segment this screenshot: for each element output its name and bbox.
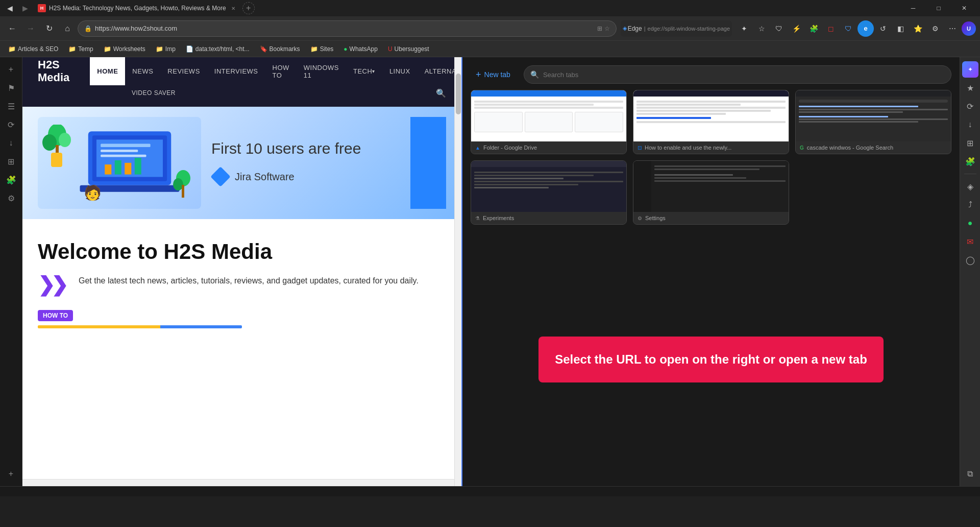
rs-favorites[interactable]: ★: [962, 80, 978, 96]
close-button[interactable]: ✕: [952, 0, 976, 16]
svg-rect-9: [101, 150, 138, 152]
nav-reviews[interactable]: REVIEWS: [160, 57, 207, 85]
refresh-icon[interactable]: ↺: [875, 20, 891, 37]
collections-icon[interactable]: ◧: [892, 20, 909, 37]
fav-imp[interactable]: 📁 Imp: [152, 44, 180, 54]
sidebar-history[interactable]: ⟳: [3, 116, 19, 133]
site-search-icon[interactable]: 🔍: [436, 88, 446, 98]
scrollbar-thumb[interactable]: [456, 74, 461, 114]
refresh-button[interactable]: ↻: [41, 20, 57, 37]
rs-history[interactable]: ⟳: [962, 98, 978, 114]
home-button[interactable]: ⌂: [59, 20, 76, 37]
fav-bookmarks[interactable]: 🔖 Bookmarks: [256, 44, 304, 54]
performance-icon[interactable]: ⚡: [788, 20, 804, 37]
sidebar-more[interactable]: +: [3, 466, 19, 482]
bottom-scrollbar[interactable]: [22, 479, 454, 486]
rs-apps[interactable]: ⊞: [962, 135, 978, 151]
fav-whatsapp[interactable]: ● WhatsApp: [339, 44, 382, 54]
site-nav: HOME NEWS REVIEWS INTERVIEWS HOW TO WIND…: [90, 57, 461, 85]
sidebar-extensions[interactable]: 🧩: [3, 172, 19, 188]
tab-search-bar[interactable]: 🔍: [524, 65, 951, 84]
site-welcome: Welcome to H2S Media ❯ ❯ Get the latest …: [22, 219, 461, 305]
more-options-icon[interactable]: ⋯: [944, 20, 961, 37]
tab-favicon: H: [38, 4, 46, 12]
browser-essentials-icon[interactable]: 🛡: [771, 20, 787, 37]
tab-close-icon[interactable]: ✕: [229, 4, 237, 12]
fav-ubersuggest[interactable]: U Ubersuggest: [384, 44, 433, 54]
new-tab-panel-button[interactable]: + New tab: [471, 66, 516, 83]
nav-interviews[interactable]: INTERVIEWS: [207, 57, 265, 85]
back-nav-button[interactable]: ←: [4, 20, 20, 37]
rs-profile[interactable]: ◯: [962, 252, 978, 268]
sidebar-reading-list[interactable]: ☰: [3, 98, 19, 114]
sidebar-downloads[interactable]: ↓: [3, 135, 19, 151]
nordvpn-icon[interactable]: 🛡: [840, 20, 856, 37]
extensions-icon[interactable]: 🧩: [805, 20, 822, 37]
status-bar: [0, 486, 980, 496]
rs-mail[interactable]: ✉: [962, 233, 978, 250]
sidebar-favorites[interactable]: ⚑: [3, 80, 19, 96]
rs-copilot[interactable]: ✦: [962, 61, 978, 78]
new-tab-button-titlebar[interactable]: +: [242, 2, 255, 14]
adblock-icon[interactable]: ◻: [823, 20, 839, 37]
title-bar-left: ◀ ▶ H H2S Media: Technology News, Gadget…: [4, 2, 255, 14]
favorites-star-icon[interactable]: ☆: [604, 25, 610, 32]
sidebar-settings[interactable]: ⚙: [3, 190, 19, 206]
banner-text-area: First 10 users are free Jira Software: [211, 140, 400, 186]
forward-button[interactable]: ▶: [19, 3, 31, 14]
address-text: https://www.how2shout.com: [95, 25, 177, 32]
fav-worksheets[interactable]: 📁 Worksheets: [100, 44, 150, 54]
reading-mode-icon[interactable]: ⊞: [597, 25, 602, 32]
tab-thumb-search[interactable]: G cascade windwos - Google Search: [795, 90, 951, 154]
nav-tech[interactable]: TECH: [346, 57, 382, 85]
minimize-button[interactable]: ─: [901, 0, 925, 16]
edge-split-bar: ◈ Edge | edge://split-window-starting-pa…: [621, 20, 732, 37]
fav-temp[interactable]: 📁 Temp: [64, 44, 97, 54]
tab-search-input[interactable]: [543, 71, 945, 79]
edge-icon-btn[interactable]: e: [857, 20, 874, 37]
user-avatar[interactable]: U: [962, 21, 976, 36]
nav-howto[interactable]: HOW TO: [265, 57, 297, 85]
nav-video-saver[interactable]: VIDEO SAVER: [125, 85, 183, 101]
nav-windows11[interactable]: WINDOWS 11: [297, 57, 346, 85]
nav-home[interactable]: HOME: [90, 57, 125, 85]
back-button[interactable]: ◀: [4, 3, 15, 14]
person-figure: 🧑: [84, 184, 102, 201]
copilot-nav-icon[interactable]: ✦: [736, 20, 752, 37]
sidebar-new-tab[interactable]: +: [3, 61, 19, 78]
left-scrollbar[interactable]: [454, 57, 461, 486]
experiments-favicon: ⚗: [475, 215, 480, 221]
tab-thumb-gdrive[interactable]: ▲ Folder - Google Drive: [471, 90, 627, 154]
cta-text: Select the URL to open on the right or o…: [555, 351, 867, 368]
welcome-desc: ❯ ❯ Get the latest tech news, articles, …: [38, 274, 446, 295]
bookmark-star-icon[interactable]: ⭐: [910, 20, 926, 37]
rs-extensions[interactable]: 🧩: [962, 153, 978, 170]
svg-rect-10: [101, 155, 146, 157]
fav-data-text[interactable]: 📄 data:text/html, <ht...: [182, 44, 254, 54]
howto-favicon: ⊡: [638, 145, 642, 151]
fav-sites[interactable]: 📁 Sites: [306, 44, 338, 54]
edge-label: Edge: [628, 25, 642, 32]
rs-collections[interactable]: ◈: [962, 178, 978, 195]
thumb-label-gdrive: ▲ Folder - Google Drive: [471, 141, 626, 154]
rs-split-view[interactable]: ⧉: [962, 466, 978, 482]
address-bar[interactable]: 🔒 https://www.how2shout.com ⊞ ☆: [78, 20, 617, 37]
jira-cta-block[interactable]: [410, 117, 446, 209]
rs-share[interactable]: ⤴: [962, 197, 978, 213]
favorites-nav-icon[interactable]: ☆: [753, 20, 770, 37]
tab-thumb-howto[interactable]: ⊡ How to enable and use the newly...: [633, 90, 789, 154]
rs-downloads[interactable]: ↓: [962, 116, 978, 133]
tab-thumb-settings[interactable]: ⚙ Settings: [633, 160, 789, 225]
split-url: edge://split-window-starting-page: [648, 26, 730, 32]
tab-grid: ▲ Folder - Google Drive: [471, 90, 951, 225]
sidebar-apps[interactable]: ⊞: [3, 153, 19, 170]
rs-whatsapp[interactable]: ●: [962, 215, 978, 231]
svg-rect-19: [182, 185, 184, 198]
settings-nav-icon[interactable]: ⚙: [927, 20, 943, 37]
fav-articles-seo[interactable]: 📁 Articles & SEO: [4, 44, 62, 54]
forward-nav-button[interactable]: →: [22, 20, 39, 37]
nav-news[interactable]: NEWS: [125, 57, 160, 85]
maximize-button[interactable]: □: [927, 0, 950, 16]
tab-thumb-experiments[interactable]: ⚗ Experiments: [471, 160, 627, 225]
nav-linux[interactable]: LINUX: [382, 57, 418, 85]
